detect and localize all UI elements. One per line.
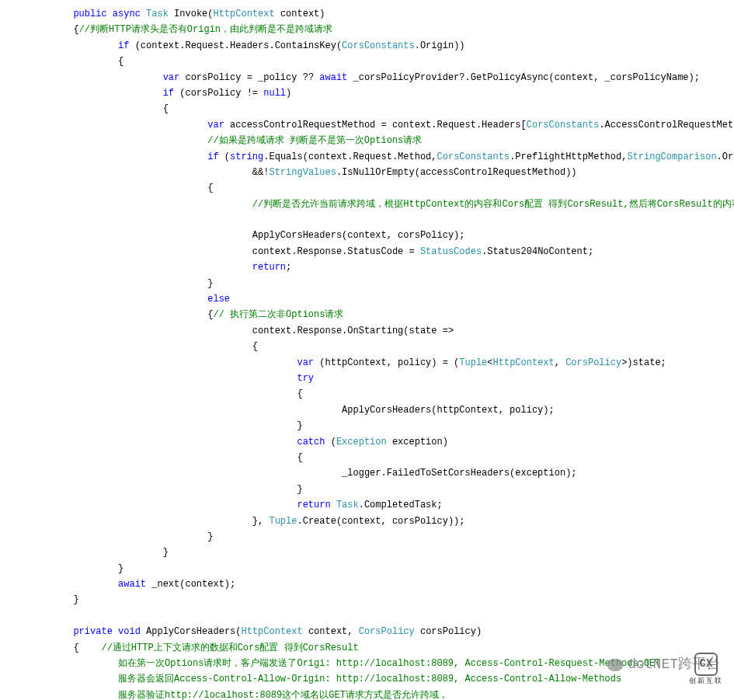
code-token: } (297, 420, 302, 431)
code-line: { (6, 339, 728, 354)
code-token: exception) (387, 437, 448, 448)
type-token: Exception (336, 437, 387, 448)
code-line: return; (6, 259, 728, 275)
code-token: (corsPolicy != (174, 88, 263, 99)
code-line: } (6, 561, 728, 576)
code-line: { (6, 180, 728, 196)
code-token: { (73, 24, 78, 35)
code-line: } (6, 482, 728, 497)
code-line: ApplyCorsHeaders(context, corsPolicy); (6, 228, 728, 243)
code-token: (context.Request.Headers.ContainsKey( (129, 40, 342, 51)
code-token: { (252, 341, 258, 352)
code-token: ( (325, 437, 336, 448)
code-line: private void ApplyCorsHeaders(HttpContex… (6, 624, 728, 639)
keyword-token: var (297, 357, 314, 368)
code-token (6, 214, 12, 225)
code-token: ( (219, 151, 230, 162)
code-token: .Equals(context.Request.Method, (263, 151, 437, 162)
code-line: var corsPolicy = _policy ?? await _corsP… (6, 70, 728, 85)
code-token: Invoke( (169, 9, 214, 19)
code-token: .PreflightHttpMethod, (510, 151, 627, 162)
code-token: { (118, 56, 123, 67)
code-token: >)state; (621, 357, 666, 368)
type-token: HttpContext (213, 9, 274, 19)
code-token: accessControlRequestMethod = context.Req… (224, 120, 527, 131)
code-token: .Create(context, corsPolicy)); (297, 516, 464, 527)
code-line: }, Tuple.Create(context, corsPolicy)); (6, 514, 728, 529)
code-token: _corsPolicyProvider?.GetPolicyAsync(cont… (347, 72, 700, 83)
code-token: context.Response.OnStarting(state => (252, 326, 454, 336)
code-token: ApplyCorsHeaders(httpContext, policy); (342, 405, 555, 416)
comment-token: //如果是跨域请求 判断是不是第一次Options请求 (207, 135, 422, 146)
keyword-token: if (207, 151, 218, 162)
code-token: context) (275, 9, 325, 19)
code-line: 服务器会返回Access-Control-Allow-Origin: http:… (6, 671, 728, 687)
type-token: Task (336, 500, 359, 510)
keyword-token: async (113, 9, 141, 19)
code-token: ApplyCorsHeaders(context, corsPolicy); (252, 230, 465, 241)
code-line: { (6, 54, 728, 69)
code-token: { (297, 452, 302, 463)
code-line: await _next(context); (6, 576, 728, 592)
code-line: var accessControlRequestMethod = context… (6, 117, 728, 133)
code-token: { (73, 643, 101, 653)
code-token (331, 500, 336, 510)
code-token: .Origin)) (415, 40, 465, 51)
comment-token: //判断HTTP请求头是否有Origin，由此判断是不是跨域请求 (79, 24, 332, 35)
code-line (6, 608, 728, 624)
code-line: } (6, 529, 728, 545)
code-line: var (httpContext, policy) = (Tuple<HttpC… (6, 355, 728, 371)
code-line: } (6, 592, 728, 608)
code-token: < (487, 357, 492, 368)
comment-token: //判断是否允许当前请求跨域，根据HttpContext的内容和Cors配置 得… (252, 199, 734, 210)
code-token: { (207, 183, 213, 193)
type-token: Task (146, 9, 169, 19)
code-token (113, 626, 118, 637)
code-token: &&! (252, 167, 270, 178)
code-token: } (297, 484, 302, 495)
code-line: if (string.Equals(context.Request.Method… (6, 149, 728, 165)
code-token: { (297, 388, 302, 399)
code-line (6, 212, 728, 228)
code-token: (httpContext, policy) = ( (314, 357, 459, 368)
code-line: } (6, 545, 728, 560)
code-line: //判断是否允许当前请求跨域，根据HttpContext的内容和Cors配置 得… (6, 197, 728, 212)
code-line: { (6, 101, 728, 117)
comment-token: 如在第一次Options请求时，客户端发送了Origi: http://loca… (118, 658, 660, 669)
code-token: corsPolicy = _policy ?? (179, 72, 319, 83)
code-token (6, 611, 12, 622)
type-token: CorsConstants (527, 120, 600, 131)
keyword-token: public (73, 9, 106, 19)
code-token: .Status204NoContent; (482, 246, 593, 257)
comment-token: // 执行第二次非Options请求 (213, 309, 343, 320)
keyword-token: null (263, 88, 286, 99)
comment-token: 服务器会返回Access-Control-Allow-Origin: http:… (118, 674, 621, 684)
code-token: }, (252, 516, 270, 527)
code-token: } (163, 547, 169, 558)
type-token: Tuple (269, 516, 297, 527)
type-token: CorsPolicy (565, 357, 621, 368)
code-line: { (6, 450, 728, 465)
code-line: _logger.FailedToSetCorsHeaders(exception… (6, 465, 728, 481)
code-line: { (6, 386, 728, 402)
code-token: .IsNullOrEmpty(accessControlRequestMetho… (336, 167, 577, 178)
keyword-token: else (207, 294, 230, 305)
keyword-token: if (163, 88, 174, 99)
code-line: { //通过HTTP上下文请求的数据和Cors配置 得到CorsResult (6, 640, 728, 656)
code-token: { (163, 103, 169, 114)
code-line: else (6, 291, 728, 307)
code-token (107, 9, 113, 19)
code-token: _next(context); (146, 579, 235, 590)
code-token: ; (286, 262, 291, 273)
code-token: ApplyCorsHeaders( (141, 626, 242, 637)
code-line: return Task.CompletedTask; (6, 497, 728, 513)
code-token: } (118, 563, 123, 574)
type-token: CorsConstants (437, 151, 510, 162)
keyword-token: var (163, 72, 180, 83)
code-line: context.Response.StatusCode = StatusCode… (6, 244, 728, 259)
code-line: } (6, 418, 728, 434)
type-token: HttpContext (493, 357, 555, 368)
code-token: ) (286, 88, 291, 99)
type-token: CorsConstants (342, 40, 415, 51)
keyword-token: void (118, 626, 141, 637)
